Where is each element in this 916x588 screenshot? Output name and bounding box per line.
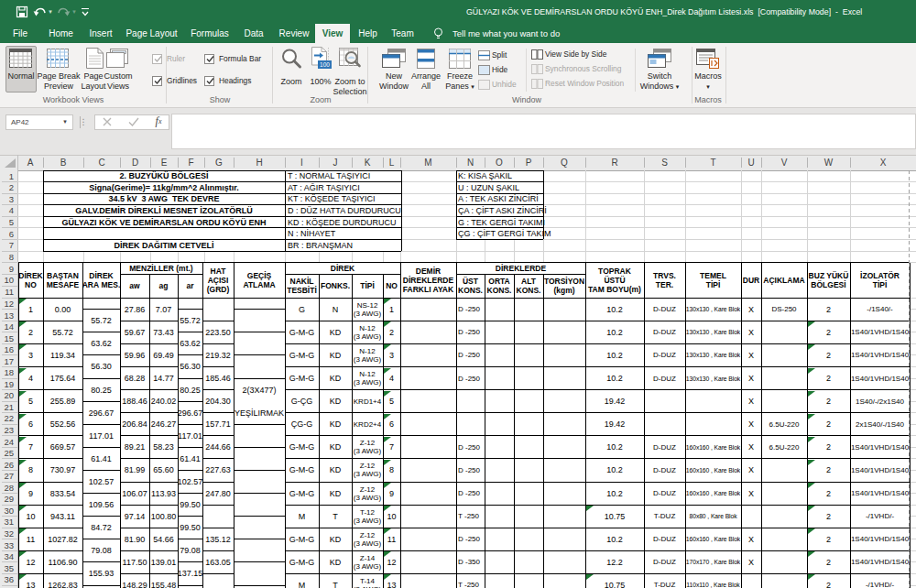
svg-text:100: 100 (320, 61, 330, 68)
